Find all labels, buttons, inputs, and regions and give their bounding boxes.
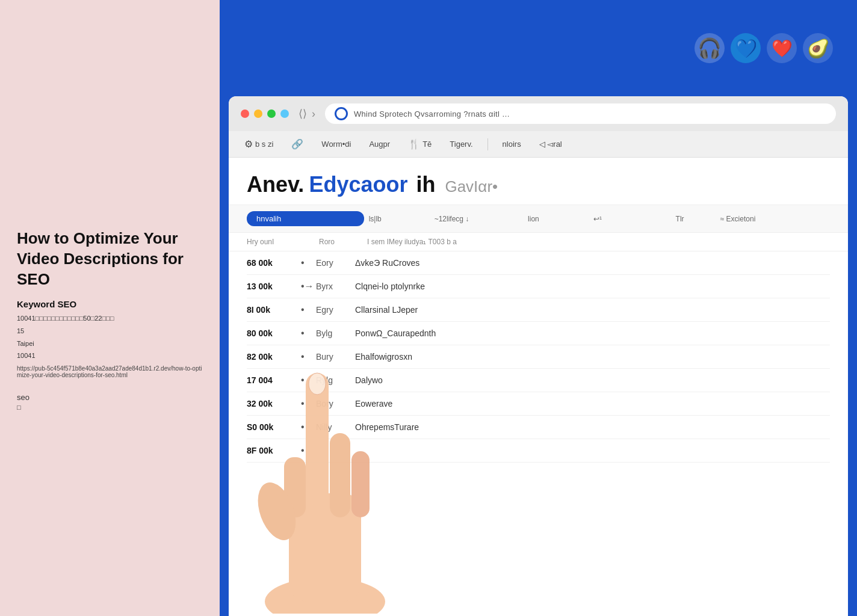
- toolbar-label-settings: b s zi: [255, 140, 273, 149]
- forward-icon[interactable]: ›: [312, 108, 315, 120]
- article-title: How to Optimize Your Video Descriptions …: [17, 229, 203, 289]
- toolbar-item-augpr[interactable]: Augpr: [365, 137, 394, 151]
- minimize-button[interactable]: [254, 109, 262, 118]
- row-num: 13 00k: [247, 282, 301, 291]
- row-desc: Eowerave: [355, 399, 830, 408]
- row-desc: PonwΩ_Caurapednth: [355, 328, 830, 338]
- right-panel: 🎧 💙 ❤️ 🥑 ⟨⟩ › Whind Sprotech Qvsarroming…: [220, 0, 857, 616]
- row-desc: Dalywo: [355, 375, 830, 385]
- col-header-1: hnvalih: [247, 211, 364, 226]
- icon-heart-blue: 💙: [731, 33, 761, 63]
- page-header: Anev. Edycaoor ih GavIαr•: [229, 158, 848, 197]
- row-num: 68 00k: [247, 258, 301, 268]
- row-desc: Cllarsinal LJeper: [355, 305, 830, 315]
- toolbar-item-nloirs[interactable]: nloirs: [499, 137, 525, 151]
- svg-point-7: [309, 373, 326, 395]
- meta-line-4: 10041: [17, 350, 203, 362]
- toolbar-label-ural: ◁ ◅ral: [539, 140, 562, 149]
- table-subheader: Hry ounI Roro I sem IMey iludya₁ T003 b …: [229, 233, 848, 251]
- tag-icon: □: [17, 402, 203, 413]
- col-header-7: Tlr: [671, 215, 716, 223]
- svg-rect-3: [330, 433, 350, 517]
- title-part1: Anev.: [247, 172, 304, 197]
- toolbar-item-te[interactable]: 🍴 Tē: [404, 136, 435, 152]
- article-url: https://pub-5c454f571b8e40a3a2aad27ade84…: [17, 365, 203, 378]
- traffic-lights: [241, 109, 289, 118]
- page-title: Anev. Edycaoor ih GavIαr•: [247, 172, 830, 197]
- row-desc: OhrepemsTurare: [355, 422, 830, 432]
- back-icon[interactable]: ⟨⟩: [299, 107, 307, 120]
- subheader-col1: Hry ounI: [247, 238, 307, 246]
- maximize-button[interactable]: [267, 109, 276, 118]
- toolbar-item-link[interactable]: 🔗: [288, 136, 307, 152]
- row-desc: ΔvkeЭ RuCroves: [355, 258, 830, 268]
- table-row: 13 00k •→ Byrx Clqnei-lo ptolynrke: [247, 275, 830, 298]
- keyword-label: Keyword SEO: [17, 299, 203, 309]
- link-icon: 🔗: [291, 138, 303, 150]
- meta-line-2: 15: [17, 325, 203, 337]
- row-dot: •→: [301, 281, 316, 292]
- close-button[interactable]: [241, 109, 249, 118]
- browser-logo-icon: [335, 107, 348, 120]
- browser-chrome: ⟨⟩ › Whind Sprotech Qvsarroming ?rnats α…: [229, 96, 848, 131]
- toolbar-item-ural[interactable]: ◁ ◅ral: [536, 137, 566, 151]
- row-name: Eory: [316, 258, 355, 268]
- address-bar[interactable]: Whind Sprotech Qvsarroming ?rnats αitl …: [325, 103, 836, 124]
- toolbar-label-wormd: Worm•di: [321, 140, 351, 149]
- subheader-col2: Roro: [319, 238, 355, 246]
- browser-content: Anev. Edycaoor ih GavIαr• hnvalih ls|lb …: [229, 158, 848, 616]
- top-icons-bar: 🎧 💙 ❤️ 🥑: [220, 0, 857, 96]
- hand-illustration: [241, 313, 409, 616]
- fork-icon: 🍴: [408, 138, 420, 150]
- row-desc: Ehalfowigrosxn: [355, 352, 830, 362]
- row-name: Byrx: [316, 282, 355, 291]
- tag-label: seo: [17, 393, 203, 402]
- meta-line-1: 10041□□□□□□□□□□□□50□22□□□: [17, 313, 203, 324]
- nav-controls: ⟨⟩ ›: [299, 107, 315, 120]
- icon-avocado: 🥑: [803, 33, 833, 63]
- toolbar-label-augpr: Augpr: [369, 140, 390, 149]
- toolbar-label-te: Tē: [422, 140, 432, 149]
- toolbar-item-tiger[interactable]: Tigerv.: [446, 137, 476, 151]
- browser-toolbar: ⚙ b s zi 🔗 Worm•di Augpr 🍴 Tē Tigerv. nl…: [229, 131, 848, 158]
- col-header-4: lion: [523, 215, 589, 223]
- col-header-8: ≈ Excietoni: [716, 215, 830, 223]
- svg-rect-4: [351, 451, 370, 517]
- address-text: Whind Sprotech Qvsarroming ?rnats αitl …: [354, 109, 510, 119]
- title-part2: Edycaoor: [309, 172, 407, 197]
- toolbar-item-settings[interactable]: ⚙ b s zi: [241, 136, 277, 152]
- row-dot: •: [301, 257, 316, 268]
- toolbar-label-nloirs: nloirs: [503, 140, 521, 149]
- left-sidebar: How to Optimize Your Video Descriptions …: [0, 0, 220, 616]
- toolbar-divider: [487, 138, 488, 150]
- row-desc: Clqnei-lo ptolynrke: [355, 282, 830, 291]
- table-row: 68 00k • Eory ΔvkeЭ RuCroves: [247, 251, 830, 275]
- meta-line-3: Taipei: [17, 338, 203, 350]
- toolbar-label-tiger: Tigerv.: [450, 140, 472, 149]
- col-header-2: ls|lb: [364, 215, 430, 223]
- title-sub: GavIαr•: [445, 177, 498, 196]
- browser-window: ⟨⟩ › Whind Sprotech Qvsarroming ?rnats α…: [229, 96, 848, 616]
- icon-heart-red: ❤️: [767, 33, 797, 63]
- toolbar-item-wormd[interactable]: Worm•di: [318, 137, 354, 151]
- title-part3: ih: [416, 172, 435, 197]
- icon-headphones: 🎧: [695, 33, 725, 63]
- subheader-col3: I sem IMey iludya₁ T003 b a: [367, 238, 830, 246]
- col-header-5: ↩¹: [589, 215, 640, 223]
- table-header: hnvalih ls|lb ~12lifecg ↓ lion ↩¹ Tlr ≈ …: [229, 205, 848, 233]
- col-header-3: ~12lifecg ↓: [430, 215, 523, 223]
- settings-icon: ⚙: [244, 138, 253, 150]
- extra-button[interactable]: [280, 109, 289, 118]
